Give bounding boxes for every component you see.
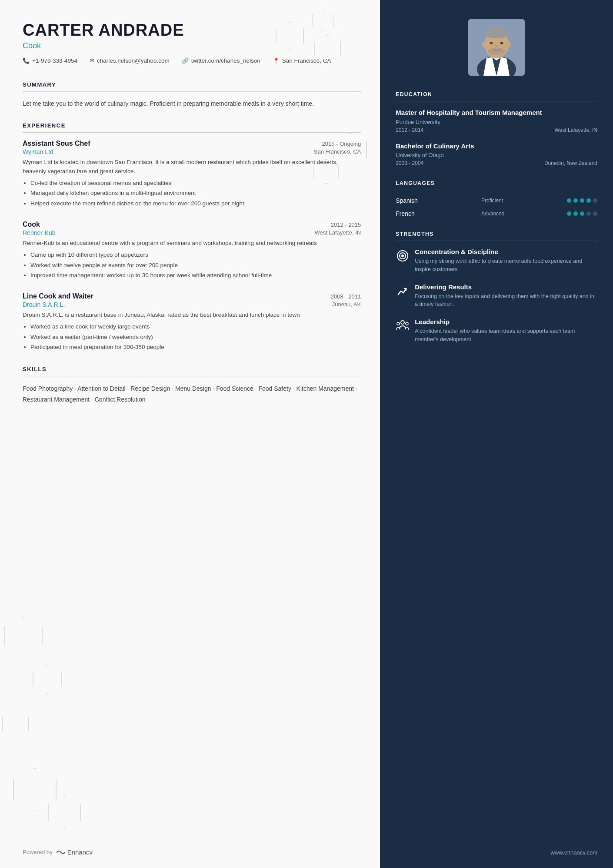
- job-2-desc: Renner-Kub is an educational centre with…: [23, 239, 361, 248]
- hex-deco-8: [2, 710, 29, 737]
- twitter-item: 🔗 twitter.com/charles_nelson: [182, 57, 260, 64]
- job-3-bullet-2: Worked as a waiter (part-time / weekends…: [30, 332, 361, 342]
- job-2-location: West Lafayette, IN: [314, 229, 361, 236]
- job-2-bullets: Came up with 10 different types of appet…: [23, 250, 361, 280]
- location-icon: 📍: [273, 57, 280, 64]
- phone-item: 📞 +1-979-333-4954: [23, 57, 77, 64]
- job-2-role: Cook: [23, 221, 40, 228]
- job-1-bullet-3: Helped execute the most refined dishes o…: [30, 199, 361, 208]
- enhancv-logo: Enhancv: [56, 848, 93, 856]
- lang-1-name: Spanish: [396, 197, 430, 204]
- phone-number: +1-979-333-4954: [32, 57, 77, 64]
- footer: Powered by Enhancv: [23, 848, 93, 856]
- lang-2-dot-3: [580, 211, 584, 216]
- job-3-location: Juneau, AK: [332, 301, 361, 308]
- lang-1-dot-5: [593, 198, 597, 203]
- email-icon: ✉: [90, 57, 94, 64]
- job-1-company: Wyman Ltd: [23, 148, 53, 155]
- strength-2: Delivering Results Focusing on the key i…: [396, 283, 597, 309]
- strength-1: Concentration & Discipline Using my stro…: [396, 248, 597, 274]
- skills-section: SKILLS Food Photography · Attention to D…: [23, 366, 361, 405]
- footer-powered-by: Powered by: [23, 849, 53, 855]
- strength-3-name: Leadership: [415, 318, 597, 325]
- job-1-role: Assistant Sous Chef: [23, 140, 90, 147]
- strengths-section: STRENGTHS Concentration & Discipline Usi…: [396, 231, 597, 344]
- languages-section: LANGUAGES Spanish Proficient French Adva…: [396, 180, 597, 217]
- job-3-bullet-1: Worked as a line cook for weekly large e…: [30, 322, 361, 332]
- education-section: EDUCATION Master of Hospitality and Tour…: [396, 91, 597, 166]
- education-title: EDUCATION: [396, 91, 597, 97]
- job-2: Cook 2012 - 2015 Renner-Kub West Lafayet…: [23, 221, 361, 280]
- job-title: Cook: [23, 41, 361, 50]
- lang-1-dot-2: [573, 198, 578, 203]
- edu-2-location: Dunedin, New Zealand: [544, 160, 597, 166]
- strength-2-name: Delivering Results: [415, 283, 597, 291]
- strength-3-desc: A confident leader who values team ideas…: [415, 327, 597, 344]
- edu-1-location: West Lafayette, IN: [554, 127, 597, 133]
- strength-3: Leadership A confident leader who values…: [396, 318, 597, 344]
- strength-2-icon-container: [396, 284, 410, 298]
- job-3-bullets: Worked as a line cook for weekly large e…: [23, 322, 361, 352]
- profile-photo: [468, 19, 525, 76]
- edu-2-dates: 2003 - 2004: [396, 160, 423, 166]
- lang-1-dot-4: [586, 198, 591, 203]
- languages-title: LANGUAGES: [396, 180, 597, 186]
- strength-2-desc: Focusing on the key inputs and deliverin…: [415, 292, 597, 309]
- strength-3-content: Leadership A confident leader who values…: [415, 318, 597, 344]
- strengths-divider: [396, 241, 597, 241]
- strength-3-icon-container: [396, 319, 410, 333]
- edu-2-university: University of Otago: [396, 152, 597, 158]
- lang-2-dots: [567, 211, 597, 216]
- name-section: CARTER ANDRADE Cook: [23, 21, 361, 50]
- lang-1-dot-3: [580, 198, 584, 203]
- job-2-bullet-2: Worked with twelve people at events for …: [30, 261, 361, 270]
- job-3-company: Drouin S.A.R.L.: [23, 301, 65, 308]
- lang-1-level: Proficient: [481, 198, 516, 204]
- lang-1-dots: [567, 198, 597, 203]
- edu-1: Master of Hospitality and Tourism Manage…: [396, 108, 597, 133]
- job-1: Assistant Sous Chef 2015 - Ongoing Wyman…: [23, 140, 361, 208]
- experience-section: EXPERIENCE Assistant Sous Chef 2015 - On…: [23, 122, 361, 352]
- strengths-title: STRENGTHS: [396, 231, 597, 237]
- right-footer: www.enhancv.com: [551, 849, 597, 856]
- summary-title: SUMMARY: [23, 81, 361, 88]
- svg-point-6: [500, 42, 503, 44]
- job-3-dates: 2008 - 2011: [331, 293, 361, 300]
- job-2-bullet-1: Came up with 10 different types of appet…: [30, 250, 361, 260]
- lang-2-dot-4: [586, 211, 591, 216]
- job-2-bullet-3: Improved time management: worked up to 3…: [30, 271, 361, 280]
- svg-point-5: [490, 42, 493, 44]
- lang-2-name: French: [396, 210, 430, 217]
- strength-1-icon-container: [396, 249, 410, 263]
- svg-point-9: [506, 41, 511, 47]
- svg-point-4: [484, 28, 509, 38]
- strength-1-content: Concentration & Discipline Using my stro…: [415, 248, 597, 274]
- hex-deco-7: [33, 664, 62, 694]
- hex-deco-6: [4, 617, 43, 655]
- job-1-bullets: Co-led the creation of seasonal menus an…: [23, 178, 361, 208]
- strength-2-content: Delivering Results Focusing on the key i…: [415, 283, 597, 309]
- profile-avatar: [468, 19, 525, 76]
- svg-point-7: [488, 48, 505, 55]
- edu-2: Bachelor of Culinary Arts University of …: [396, 142, 597, 167]
- job-3-bullet-3: Participated in meal preparation for 300…: [30, 342, 361, 352]
- lang-2-dot-1: [567, 211, 571, 216]
- edu-1-dates: 2012 - 2014: [396, 127, 423, 133]
- job-3-role: Line Cook and Waiter: [23, 292, 93, 300]
- job-1-bullet-2: Managed daily kitchen operations in a mu…: [30, 188, 361, 198]
- job-1-bullet-1: Co-led the creation of seasonal menus an…: [30, 178, 361, 188]
- job-2-company: Renner-Kub: [23, 229, 56, 236]
- svg-point-15: [406, 322, 408, 325]
- summary-section: SUMMARY Let me take you to the world of …: [23, 81, 361, 108]
- email-item: ✉ charles.nelson@yahoo.com: [90, 57, 170, 64]
- job-3: Line Cook and Waiter 2008 - 2011 Drouin …: [23, 292, 361, 352]
- leadership-icon: [396, 320, 409, 332]
- skills-list: Food Photography · Attention to Detail ·…: [23, 383, 361, 405]
- job-3-desc: Drouin S.A.R.L. is a restaurant base in …: [23, 311, 361, 319]
- svg-point-14: [397, 322, 400, 325]
- chart-icon: [396, 285, 409, 297]
- job-2-dates: 2012 - 2015: [331, 221, 361, 228]
- skills-divider: [23, 376, 361, 376]
- svg-point-13: [401, 321, 404, 324]
- twitter-icon: 🔗: [182, 57, 189, 64]
